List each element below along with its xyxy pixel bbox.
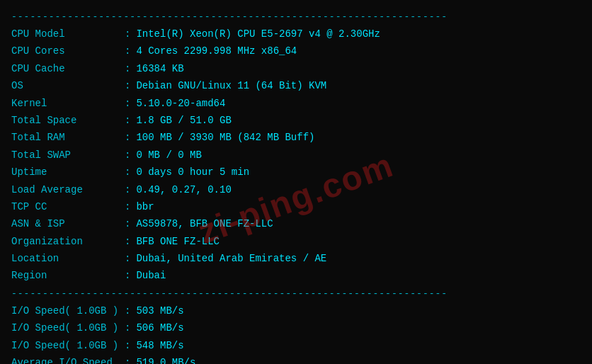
row-colon: :: [125, 303, 130, 319]
row-label: I/O Speed( 1.0GB ): [11, 320, 125, 336]
row-label: I/O Speed( 1.0GB ): [11, 303, 125, 319]
row-value: 0 days 0 hour 5 min: [136, 164, 249, 180]
system-info-row: TCP CC : bbr: [11, 199, 581, 215]
row-label: ASN & ISP: [11, 216, 125, 232]
io-info-row: I/O Speed( 1.0GB ) : 548 MB/s: [11, 338, 581, 353]
row-value: bbr: [136, 199, 154, 215]
row-colon: :: [125, 182, 130, 198]
row-label: Load Average: [11, 182, 125, 198]
row-value: 506 MB/s: [136, 320, 183, 336]
row-colon: :: [125, 234, 130, 249]
system-info-row: CPU Cores : 4 Cores 2299.998 MHz x86_64: [11, 43, 581, 59]
row-colon: :: [125, 26, 130, 42]
row-label: CPU Cores: [11, 43, 125, 59]
row-value: 548 MB/s: [136, 338, 183, 353]
row-colon: :: [125, 96, 130, 111]
system-info-row: CPU Model : Intel(R) Xeon(R) CPU E5-2697…: [11, 26, 581, 42]
row-colon: :: [125, 320, 130, 336]
system-info-row: Region : Dubai: [11, 268, 581, 283]
row-colon: :: [125, 355, 130, 364]
system-info-row: Uptime : 0 days 0 hour 5 min: [11, 164, 581, 180]
row-label: Total Space: [11, 113, 125, 128]
terminal-container: ----------------------------------------…: [11, 11, 581, 364]
io-info-section: I/O Speed( 1.0GB ) : 503 MB/s I/O Speed(…: [11, 303, 581, 364]
row-value: 5.10.0-20-amd64: [136, 96, 225, 111]
row-label: Location: [11, 251, 125, 266]
row-value: 100 MB / 3930 MB (842 MB Buff): [136, 130, 314, 145]
io-info-row: I/O Speed( 1.0GB ) : 506 MB/s: [11, 320, 581, 336]
system-info-row: OS : Debian GNU/Linux 11 (64 Bit) KVM: [11, 78, 581, 93]
row-label: Average I/O Speed: [11, 355, 125, 364]
row-value: 0 MB / 0 MB: [136, 147, 201, 163]
row-value: 0.49, 0.27, 0.10: [136, 182, 231, 198]
row-label: Kernel: [11, 96, 125, 111]
row-colon: :: [125, 164, 130, 180]
row-colon: :: [125, 113, 130, 128]
row-label: TCP CC: [11, 199, 125, 215]
row-label: Total RAM: [11, 130, 125, 145]
system-info-row: Location : Dubai, United Arab Emirates /…: [11, 251, 581, 266]
row-label: OS: [11, 78, 125, 93]
system-info-row: Total SWAP : 0 MB / 0 MB: [11, 147, 581, 163]
row-label: I/O Speed( 1.0GB ): [11, 338, 125, 353]
system-info-row: ASN & ISP : AS59878, BFB ONE FZ-LLC: [11, 216, 581, 232]
system-info-row: Organization : BFB ONE FZ-LLC: [11, 234, 581, 249]
row-value: Dubai, United Arab Emirates / AE: [136, 251, 326, 266]
row-colon: :: [125, 216, 130, 232]
system-info-row: Kernel : 5.10.0-20-amd64: [11, 96, 581, 111]
row-value: 16384 KB: [136, 61, 183, 76]
system-info-row: Total Space : 1.8 GB / 51.0 GB: [11, 113, 581, 128]
row-label: CPU Model: [11, 26, 125, 42]
row-value: Debian GNU/Linux 11 (64 Bit) KVM: [136, 78, 326, 93]
system-info-row: CPU Cache : 16384 KB: [11, 61, 581, 76]
row-value: Dubai: [136, 268, 166, 283]
divider-mid: ----------------------------------------…: [11, 288, 581, 299]
row-colon: :: [125, 78, 130, 93]
row-colon: :: [125, 61, 130, 76]
row-label: Total SWAP: [11, 147, 125, 163]
row-label: Organization: [11, 234, 125, 249]
row-colon: :: [125, 43, 130, 59]
row-value: AS59878, BFB ONE FZ-LLC: [136, 216, 273, 232]
row-label: CPU Cache: [11, 61, 125, 76]
row-colon: :: [125, 147, 130, 163]
row-value: 519.0 MB/s: [136, 355, 195, 364]
row-colon: :: [125, 251, 130, 266]
row-label: Uptime: [11, 164, 125, 180]
row-label: Region: [11, 268, 125, 283]
system-info-section: CPU Model : Intel(R) Xeon(R) CPU E5-2697…: [11, 26, 581, 284]
row-value: 503 MB/s: [136, 303, 183, 319]
row-value: 1.8 GB / 51.0 GB: [136, 113, 231, 128]
row-colon: :: [125, 338, 130, 353]
divider-top: ----------------------------------------…: [11, 11, 581, 22]
row-colon: :: [125, 199, 130, 215]
row-value: BFB ONE FZ-LLC: [136, 234, 220, 249]
row-value: Intel(R) Xeon(R) CPU E5-2697 v4 @ 2.30GH…: [136, 26, 380, 42]
row-colon: :: [125, 268, 130, 283]
io-info-row: Average I/O Speed : 519.0 MB/s: [11, 355, 581, 364]
system-info-row: Total RAM : 100 MB / 3930 MB (842 MB Buf…: [11, 130, 581, 145]
io-info-row: I/O Speed( 1.0GB ) : 503 MB/s: [11, 303, 581, 319]
system-info-row: Load Average : 0.49, 0.27, 0.10: [11, 182, 581, 198]
row-value: 4 Cores 2299.998 MHz x86_64: [136, 43, 297, 59]
row-colon: :: [125, 130, 130, 145]
